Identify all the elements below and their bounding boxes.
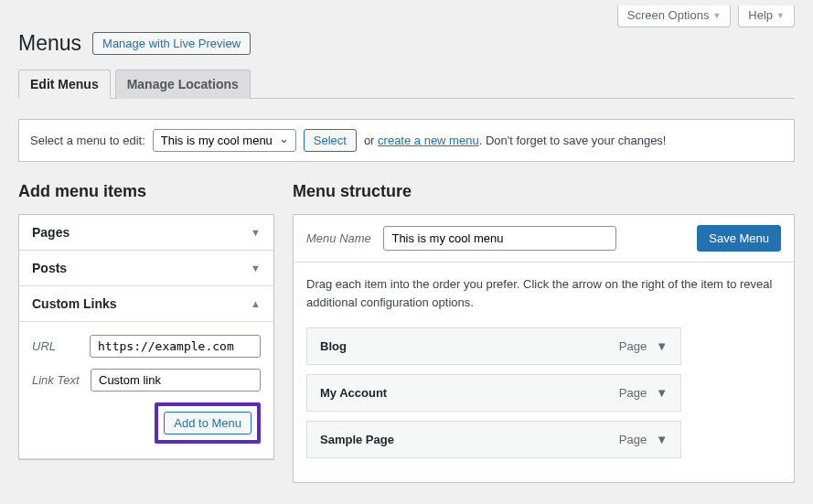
menu-item[interactable]: Blog Page ▼: [306, 327, 681, 365]
or-text: or: [364, 134, 375, 147]
chevron-down-icon: ▼: [776, 11, 785, 20]
caret-down-icon[interactable]: ▼: [656, 433, 668, 446]
menu-item[interactable]: My Account Page ▼: [306, 374, 681, 412]
caret-down-icon: ▼: [251, 227, 261, 238]
select-button[interactable]: Select: [304, 129, 357, 152]
tabs: Edit Menus Manage Locations: [18, 69, 795, 99]
select-suffix: . Don't forget to save your changes!: [479, 134, 667, 147]
create-menu-link[interactable]: create a new menu: [378, 134, 479, 147]
select-menu-label: Select a menu to edit:: [30, 134, 145, 147]
caret-down-icon: ▼: [251, 263, 261, 273]
menu-item-label: Sample Page: [320, 433, 394, 446]
caret-down-icon[interactable]: ▼: [656, 339, 668, 353]
custom-links-panel: URL Link Text Add to Menu: [19, 322, 273, 459]
help-label: Help: [748, 8, 773, 22]
caret-down-icon[interactable]: ▼: [656, 386, 668, 400]
link-text-label: Link Text: [32, 373, 91, 387]
help-button[interactable]: Help ▼: [738, 5, 795, 27]
menu-item-type: Page: [619, 386, 647, 400]
accordion-posts-label: Posts: [32, 261, 67, 275]
chevron-down-icon: ▼: [712, 11, 721, 20]
screen-options-button[interactable]: Screen Options ▼: [617, 5, 732, 27]
menu-item-label: Blog: [320, 339, 347, 353]
menu-select[interactable]: This is my cool menu: [153, 129, 296, 152]
menu-item[interactable]: Sample Page Page ▼: [306, 421, 681, 458]
menu-item-type: Page: [619, 339, 647, 353]
menu-item-label: My Account: [320, 386, 387, 400]
live-preview-button[interactable]: Manage with Live Preview: [92, 32, 251, 55]
menu-name-label: Menu Name: [306, 231, 371, 245]
link-text-input[interactable]: [91, 369, 261, 391]
url-input[interactable]: [90, 335, 261, 358]
menu-name-input[interactable]: [383, 226, 616, 251]
caret-up-icon: ▲: [251, 298, 261, 309]
tab-manage-locations[interactable]: Manage Locations: [115, 70, 251, 99]
add-items-heading: Add menu items: [18, 182, 274, 201]
add-to-menu-button[interactable]: Add to Menu: [164, 412, 251, 434]
accordion-pages[interactable]: Pages ▼: [19, 215, 273, 251]
page-title: Menus: [18, 31, 81, 56]
accordion-posts[interactable]: Posts ▼: [19, 251, 273, 286]
tab-edit-menus[interactable]: Edit Menus: [18, 70, 111, 99]
accordion-pages-label: Pages: [32, 225, 70, 240]
accordion-custom-links[interactable]: Custom Links ▲: [19, 286, 273, 322]
url-label: URL: [32, 339, 90, 353]
accordion-custom-links-label: Custom Links: [32, 296, 117, 311]
screen-options-label: Screen Options: [627, 8, 710, 22]
menu-item-type: Page: [619, 433, 647, 446]
menu-instructions: Drag each item into the order you prefer…: [306, 275, 781, 311]
select-menu-bar: Select a menu to edit: This is my cool m…: [18, 119, 795, 162]
menu-structure-heading: Menu structure: [293, 182, 795, 201]
highlight-box: Add to Menu: [155, 402, 261, 444]
save-menu-button[interactable]: Save Menu: [697, 225, 781, 252]
